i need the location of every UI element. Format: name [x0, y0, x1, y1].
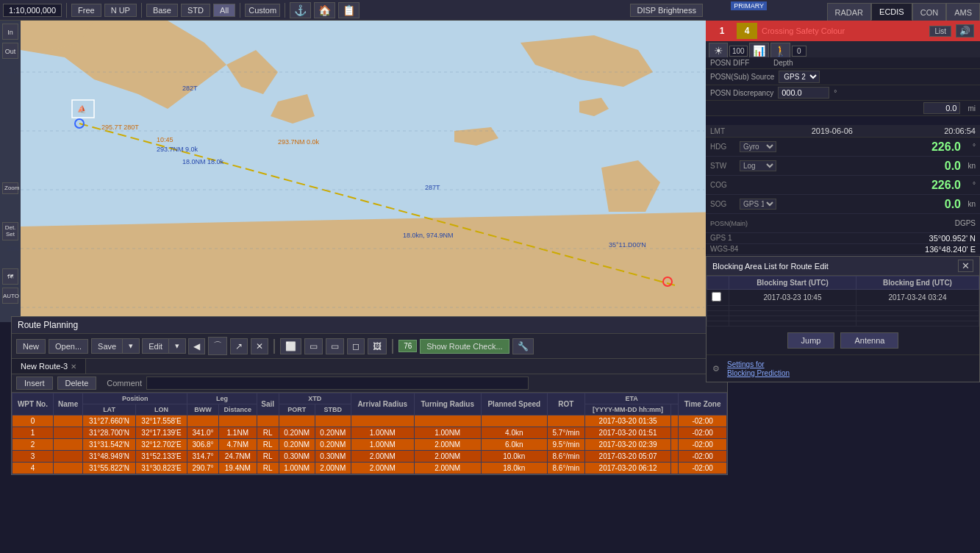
route-cell-2-2[interactable]: 31°31.542'N	[83, 439, 135, 451]
rp-delete-btn[interactable]: Delete	[57, 377, 97, 390]
route-cell-1-5[interactable]: 1.1NM	[218, 427, 257, 439]
rp-save-btn[interactable]: Save	[91, 338, 123, 354]
route-cell-2-4[interactable]: 306.8°	[187, 439, 218, 451]
route-cell-0-5[interactable]	[218, 415, 257, 427]
route-cell-4-13[interactable]: 2017-03-20 06:12	[584, 463, 670, 474]
chart-icon-btn[interactable]: ⚓	[290, 2, 311, 18]
route-cell-1-1[interactable]	[53, 427, 82, 439]
route-cell-4-0[interactable]: 4	[12, 463, 54, 474]
route-cell-2-6[interactable]: RL	[257, 439, 279, 451]
stw-source-select[interactable]: Log	[740, 160, 776, 171]
route-cell-1-3[interactable]: 32°17.139'E	[135, 427, 187, 439]
route-cell-4-15[interactable]: -02:00	[679, 463, 727, 474]
route-cell-0-9[interactable]	[351, 415, 414, 427]
route-cell-1-7[interactable]: 0.20NM	[279, 427, 315, 439]
route-cell-3-4[interactable]: 314.7°	[187, 451, 218, 463]
blocking-cb-1[interactable]	[707, 290, 729, 306]
route-cell-3-3[interactable]: 31°52.133'E	[135, 451, 187, 463]
route-cell-3-9[interactable]: 2.00NM	[351, 451, 414, 463]
rp-tool2-btn[interactable]: ↗	[230, 338, 248, 354]
comment-input[interactable]	[146, 377, 529, 390]
route-cell-0-11[interactable]	[481, 415, 547, 427]
route-cell-0-2[interactable]: 31°27.660'N	[83, 415, 135, 427]
route-cell-1-14[interactable]	[671, 427, 679, 439]
route-cell-1-0[interactable]: 1	[12, 427, 54, 439]
orientation-btn[interactable]: N UP	[104, 4, 137, 17]
route-cell-3-12[interactable]: 8.6°/min	[547, 451, 584, 463]
rp-save-arrow-btn[interactable]: ▾	[122, 338, 140, 354]
route-cell-4-5[interactable]: 19.4NM	[218, 463, 257, 474]
rp-edit-arrow-btn[interactable]: ▾	[168, 338, 186, 354]
route-cell-1-6[interactable]: RL	[257, 427, 279, 439]
home-btn[interactable]: 🏠	[314, 2, 335, 18]
alarm-sound-btn[interactable]: 🔊	[956, 24, 974, 38]
route-cell-4-1[interactable]	[53, 463, 82, 474]
route-cell-4-4[interactable]: 290.7°	[187, 463, 218, 474]
route-cell-2-9[interactable]: 1.00NM	[351, 439, 414, 451]
route-cell-1-10[interactable]: 1.00NM	[414, 427, 481, 439]
route-cell-1-4[interactable]: 341.0°	[187, 427, 218, 439]
rp-tool1-btn[interactable]: ⌒	[208, 337, 227, 355]
blocking-settings-link[interactable]: Settings for Blocking Prediction	[727, 360, 790, 377]
route-cell-4-9[interactable]: 2.00NM	[351, 463, 414, 474]
rp-rect3-btn[interactable]: ▭	[326, 338, 344, 354]
route-cell-3-1[interactable]	[53, 451, 82, 463]
route-cell-2-11[interactable]: 6.0kn	[481, 439, 547, 451]
route-cell-0-3[interactable]: 32°17.558'E	[135, 415, 187, 427]
route-cell-3-2[interactable]: 31°48.949'N	[83, 451, 135, 463]
rp-tab-new-route[interactable]: New Route-3 ✕	[12, 359, 86, 374]
rp-extra-btn[interactable]: 🔧	[512, 338, 534, 354]
route-cell-1-11[interactable]: 4.0kn	[481, 427, 547, 439]
all-btn[interactable]: All	[213, 4, 235, 17]
route-cell-4-6[interactable]: RL	[257, 463, 279, 474]
disp-brightness-btn[interactable]: DISP Brightness	[630, 4, 703, 17]
route-cell-1-8[interactable]: 0.20NM	[315, 427, 351, 439]
sub-source-select[interactable]: GPS 2	[779, 71, 820, 83]
route-cell-4-14[interactable]	[671, 463, 679, 474]
route-cell-3-15[interactable]: -02:00	[679, 451, 727, 463]
route-cell-4-12[interactable]: 8.6°/min	[547, 463, 584, 474]
tab-ams[interactable]: AMS	[946, 3, 980, 21]
route-cell-0-13[interactable]: 2017-03-20 01:35	[584, 415, 670, 427]
rp-img-btn[interactable]: 🖼	[368, 338, 387, 354]
route-cell-0-7[interactable]	[279, 415, 315, 427]
in-btn[interactable]: In	[2, 24, 18, 40]
hdg-source-select[interactable]: Gyro	[740, 141, 776, 152]
det-set-btn[interactable]: Det. Set	[2, 222, 18, 240]
alarm-list-btn[interactable]: List	[929, 26, 951, 37]
rp-new-btn[interactable]: New	[16, 339, 46, 354]
out-btn[interactable]: Out	[2, 43, 18, 59]
rp-rect1-btn[interactable]: ⬜	[280, 338, 301, 354]
route-cell-1-15[interactable]: -02:00	[679, 427, 727, 439]
route-cell-0-10[interactable]	[414, 415, 481, 427]
rp-rect2-btn[interactable]: ▭	[304, 338, 323, 354]
route-cell-4-7[interactable]: 1.00NM	[279, 463, 315, 474]
route-cell-3-14[interactable]	[671, 451, 679, 463]
route-cell-1-12[interactable]: 5.7°/min	[547, 427, 584, 439]
sog-source-select[interactable]: GPS 1	[740, 199, 776, 210]
route-cell-4-2[interactable]: 31°55.822'N	[83, 463, 135, 474]
route-cell-2-12[interactable]: 9.5°/min	[547, 439, 584, 451]
route-cell-1-9[interactable]: 1.00NM	[351, 427, 414, 439]
route-cell-0-4[interactable]	[187, 415, 218, 427]
route-cell-0-15[interactable]: -02:00	[679, 415, 727, 427]
rp-open-btn[interactable]: Open...	[49, 339, 88, 354]
route-cell-4-10[interactable]: 2.00NM	[414, 463, 481, 474]
route-cell-2-14[interactable]	[671, 439, 679, 451]
route-cell-2-1[interactable]	[53, 439, 82, 451]
chart-disp-btn[interactable]: 📊	[749, 43, 769, 59]
route-cell-2-8[interactable]: 0.20NM	[315, 439, 351, 451]
rp-tool3-btn[interactable]: ✕	[251, 338, 268, 354]
route-cell-2-15[interactable]: -02:00	[679, 439, 727, 451]
rp-rect4-btn[interactable]: ◻	[347, 338, 365, 354]
tab-radar[interactable]: RADAR	[827, 3, 872, 21]
rp-tab-close-btn[interactable]: ✕	[71, 363, 76, 371]
route-cell-3-5[interactable]: 24.7NM	[218, 451, 257, 463]
tab-ecdis[interactable]: ECDIS	[871, 3, 912, 21]
route-cell-0-12[interactable]	[547, 415, 584, 427]
route-cell-3-10[interactable]: 2.00NM	[414, 451, 481, 463]
rp-show-route-check-btn[interactable]: Show Route Check...	[420, 339, 509, 354]
route-cell-4-8[interactable]: 2.00NM	[315, 463, 351, 474]
route-cell-3-8[interactable]: 0.30NM	[315, 451, 351, 463]
route-cell-2-0[interactable]: 2	[12, 439, 54, 451]
